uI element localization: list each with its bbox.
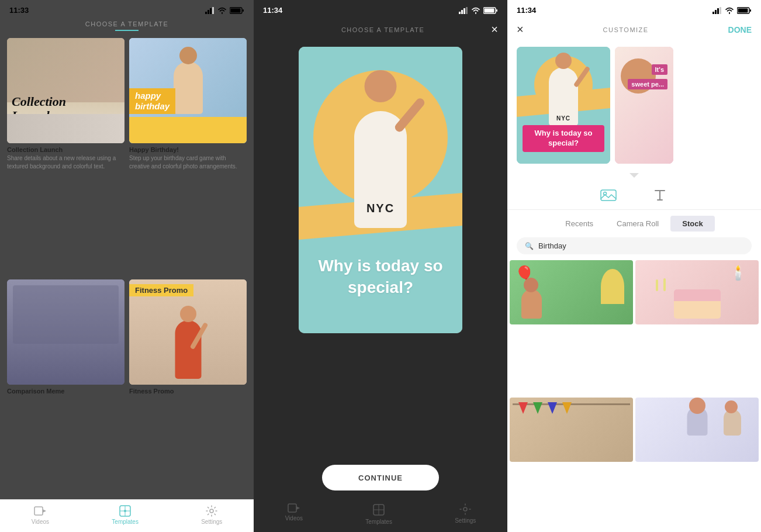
tool-tabs	[507, 181, 761, 210]
cake-base	[674, 298, 721, 319]
source-tabs: Recents Camera Roll Stock	[507, 210, 761, 237]
template-thumb-birthday[interactable]: happybirthday	[129, 38, 247, 143]
source-tab-camera-roll[interactable]: Camera Roll	[605, 216, 670, 232]
image-tool-icon	[600, 187, 617, 203]
pthumb-nyc-text: NYC	[556, 115, 570, 122]
preview-scroll[interactable]: NYC Why is today so special? It's sweet …	[507, 41, 761, 170]
nav-templates-1[interactable]: Templates	[112, 506, 139, 525]
status-time-3: 11:34	[517, 6, 536, 15]
nav-videos-label-1: Videos	[32, 519, 49, 525]
candle-2	[663, 278, 666, 291]
svg-point-26	[463, 507, 467, 511]
nav-settings-2[interactable]: Settings	[455, 503, 476, 525]
phone-2: 11:34 CHOOSE A TEMPLATE ×	[254, 0, 507, 532]
template-preview-card[interactable]: NYC Why is today so special?	[299, 47, 462, 333]
phone2-close-btn[interactable]: ×	[491, 23, 498, 36]
fitness-badge: Fitness Promo	[129, 284, 193, 296]
photo-cell-4[interactable]	[635, 398, 759, 462]
svg-marker-22	[296, 506, 300, 510]
photo-cell-3[interactable]	[510, 398, 633, 462]
svg-rect-3	[212, 7, 214, 14]
search-input[interactable]	[538, 241, 743, 250]
svg-rect-29	[717, 8, 719, 14]
video-icon	[34, 506, 47, 516]
preview-thumb-2[interactable]: It's sweet pe...	[615, 47, 673, 164]
pthumb-text-box: Why is today so special?	[523, 125, 604, 152]
settings-icon	[205, 506, 218, 516]
nav-templates-label-2: Templates	[365, 519, 392, 525]
person-3-head	[689, 398, 705, 414]
status-bar-1: 11:33	[0, 0, 254, 18]
svg-rect-17	[466, 7, 468, 14]
search-icon-3: 🔍	[525, 242, 534, 250]
kid-head	[524, 278, 538, 292]
pthumb2-text2: sweet pe...	[628, 79, 667, 89]
template-card-collection[interactable]: CollectionLaunch Collection Launch Share…	[7, 38, 124, 275]
signal-icon	[205, 7, 215, 14]
status-time-2: 11:34	[263, 6, 282, 15]
svg-rect-20	[496, 9, 497, 12]
template-card-birthday[interactable]: happybirthday Happy Birthday! Step up yo…	[129, 38, 247, 275]
photo-cell-2[interactable]	[635, 260, 759, 324]
template-card-vs[interactable]: VS. Comparison Meme	[7, 279, 124, 500]
template-thumb-fitness[interactable]: Fitness Promo	[129, 279, 247, 385]
nav-templates-2[interactable]: Templates	[365, 503, 392, 525]
svg-rect-5	[231, 8, 241, 12]
collection-bg	[7, 38, 124, 102]
svg-rect-14	[459, 12, 461, 14]
page-title-1: CHOOSE A TEMPLATE	[0, 18, 254, 27]
nav-videos-label-2: Videos	[285, 515, 303, 521]
scroll-indicator	[507, 170, 761, 181]
signal-icon-2	[459, 7, 468, 14]
signal-icon-3	[712, 7, 722, 14]
status-time-1: 11:33	[9, 6, 29, 15]
candle-1	[656, 279, 658, 291]
template-thumb-collection[interactable]: CollectionLaunch	[7, 38, 124, 143]
settings-icon-2	[459, 503, 471, 515]
preview-text-overlay: Why is today so special?	[299, 255, 462, 298]
person-head	[365, 70, 397, 102]
template-card-fitness[interactable]: Fitness Promo Fitness Promo	[129, 279, 247, 500]
nav-videos-2[interactable]: Videos	[285, 503, 303, 525]
template-thumb-vs[interactable]: VS.	[7, 279, 124, 385]
battery-icon-3	[737, 7, 752, 14]
svg-point-13	[210, 509, 213, 513]
nav-videos-1[interactable]: Videos	[32, 506, 49, 525]
svg-rect-33	[750, 9, 751, 12]
vs-top-image	[13, 285, 119, 344]
wifi-icon-3	[725, 7, 734, 14]
svg-rect-34	[601, 190, 616, 201]
fitness-person	[165, 303, 212, 379]
cake-top	[674, 289, 721, 301]
bottom-nav-2: Videos Templates Settings	[254, 498, 507, 532]
template-label-fitness: Fitness Promo	[129, 388, 247, 395]
photo-cell-1[interactable]	[510, 260, 633, 324]
svg-rect-32	[738, 8, 748, 12]
video-icon-2	[288, 503, 300, 513]
person-figure: NYC	[328, 64, 433, 228]
continue-button[interactable]: CONTINUE	[322, 465, 439, 490]
pthumb-person-body: NYC	[549, 67, 578, 126]
source-tab-stock[interactable]: Stock	[670, 216, 714, 232]
svg-rect-6	[243, 9, 244, 12]
birthday-person-head	[179, 47, 197, 64]
person-arm	[393, 96, 426, 133]
template-grid: CollectionLaunch Collection Launch Share…	[0, 38, 254, 499]
pthumb-person: NYC	[531, 50, 596, 126]
nyc-text: NYC	[366, 202, 395, 215]
wifi-icon	[217, 7, 227, 14]
phone-1: 11:33 CHOOSE A TEMPLATE	[0, 0, 254, 532]
preview-thumb-main[interactable]: NYC Why is today so special?	[517, 47, 610, 164]
tab-image-tool[interactable]	[600, 187, 617, 203]
svg-rect-27	[712, 12, 714, 14]
photo-grid	[507, 260, 761, 532]
tab-text-tool[interactable]	[652, 187, 668, 203]
birthday-bottom	[129, 117, 247, 143]
flag-1	[518, 402, 528, 414]
phone3-done-btn[interactable]: DONE	[728, 25, 752, 34]
flag-4	[562, 402, 572, 414]
phone3-close-btn[interactable]: ×	[517, 23, 524, 36]
source-tab-recents[interactable]: Recents	[554, 216, 605, 232]
search-bar[interactable]: 🔍	[517, 237, 752, 254]
nav-settings-1[interactable]: Settings	[201, 506, 222, 525]
